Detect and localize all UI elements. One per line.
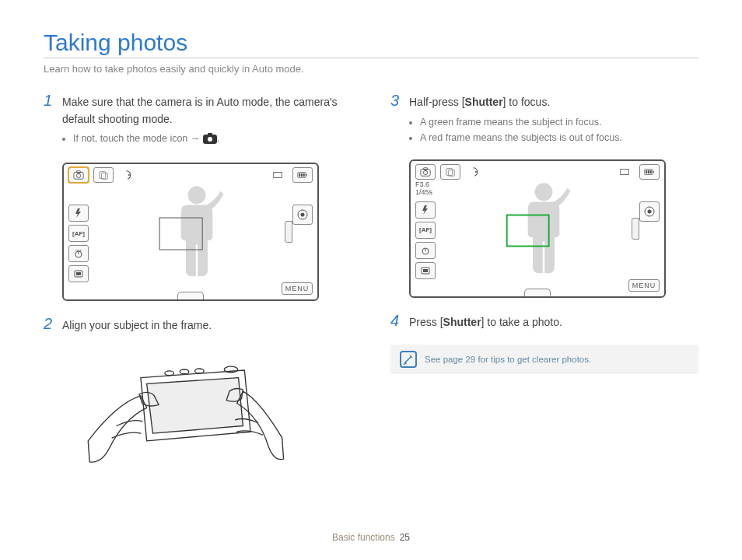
- side-tab-icon: [632, 218, 639, 240]
- page-title: Taking photos: [44, 30, 698, 58]
- record-icon: [639, 201, 660, 222]
- svg-point-24: [195, 369, 205, 373]
- page-subtitle: Learn how to take photos easily and quic…: [44, 63, 698, 75]
- focus-frame: [159, 218, 203, 250]
- timer-off-icon: [415, 242, 436, 259]
- step-bullet: A red frame means the subjects is out of…: [420, 130, 698, 145]
- camera-mode-icon: [415, 164, 436, 180]
- svg-rect-11: [306, 174, 306, 177]
- svg-point-38: [535, 183, 553, 201]
- svg-rect-35: [646, 170, 647, 173]
- note-icon: [400, 351, 417, 368]
- svg-rect-36: [648, 170, 649, 173]
- capture-type-icon: [93, 167, 114, 183]
- step-text: Press [Shutter] to take a photo.: [409, 314, 562, 331]
- svg-point-31: [475, 171, 477, 173]
- page-footer: Basic functions25: [0, 532, 742, 543]
- menu-button: MENU: [282, 282, 313, 295]
- step-text: Align your subject in the frame.: [62, 317, 212, 334]
- battery-icon: [292, 167, 313, 183]
- image-size-icon: [614, 164, 635, 180]
- step-bullet: A green frame means the subject in focus…: [420, 114, 698, 130]
- svg-point-21: [301, 213, 305, 217]
- svg-rect-41: [423, 269, 428, 272]
- svg-text:OFF: OFF: [75, 249, 82, 253]
- column-right: 3 Half-press [Shutter] to focus. A green…: [390, 92, 698, 483]
- camera-screen-focus: F3.6 1/45s [AF] MENU: [409, 159, 666, 298]
- svg-point-28: [423, 170, 427, 174]
- svg-point-22: [165, 371, 174, 376]
- svg-rect-14: [303, 173, 305, 177]
- menu-button: MENU: [628, 279, 660, 292]
- bottom-tab-icon: [177, 292, 204, 299]
- step-number: 1: [44, 92, 56, 110]
- bottom-tab-icon: [524, 289, 551, 296]
- holding-camera-illustration: [72, 348, 352, 483]
- stabilizer-icon: [118, 167, 138, 183]
- stabilizer-icon: [465, 164, 485, 180]
- camera-mode-icon: [203, 133, 217, 149]
- svg-rect-12: [299, 173, 300, 177]
- tip-text: See page 29 for tips to get clearer phot…: [425, 355, 591, 364]
- timer-off-icon: OFF: [68, 245, 89, 262]
- svg-point-8: [128, 174, 130, 176]
- step-number: 2: [44, 315, 56, 333]
- flash-auto-icon: [68, 205, 89, 222]
- step-text: Half-press [Shutter] to focus.: [409, 94, 550, 111]
- step-bullet: If not, touch the mode icon → .: [73, 131, 352, 149]
- battery-icon: [639, 164, 660, 180]
- tip-callout: See page 29 for tips to get clearer phot…: [390, 345, 698, 374]
- svg-point-23: [180, 369, 189, 374]
- af-mode-icon: [AF]: [68, 225, 89, 242]
- capture-type-icon: [440, 164, 460, 180]
- step-number: 3: [390, 92, 403, 110]
- focus-frame-locked: [506, 214, 550, 247]
- svg-rect-19: [76, 272, 81, 275]
- flash-auto-icon: [415, 201, 436, 219]
- svg-rect-1: [208, 133, 212, 136]
- side-tab-icon: [285, 221, 292, 243]
- svg-rect-37: [650, 170, 652, 173]
- column-left: 1 Make sure that the camera is in Auto m…: [44, 92, 352, 483]
- svg-rect-32: [621, 169, 629, 174]
- step-number: 4: [390, 312, 403, 330]
- display-icon: [415, 262, 436, 279]
- svg-rect-9: [274, 173, 282, 178]
- svg-point-15: [188, 187, 206, 205]
- step-text: Make sure that the camera is in Auto mod…: [62, 94, 352, 128]
- svg-point-43: [648, 209, 652, 213]
- image-size-icon: [268, 167, 288, 183]
- record-icon: [292, 205, 313, 225]
- svg-rect-13: [301, 173, 303, 177]
- svg-point-2: [208, 137, 212, 142]
- display-icon: [68, 265, 89, 282]
- camera-mode-icon: [68, 167, 89, 183]
- svg-rect-34: [653, 170, 653, 173]
- svg-point-5: [76, 174, 80, 178]
- camera-screen-auto: [AF] OFF MENU: [62, 163, 319, 301]
- af-mode-icon: [AF]: [415, 222, 436, 239]
